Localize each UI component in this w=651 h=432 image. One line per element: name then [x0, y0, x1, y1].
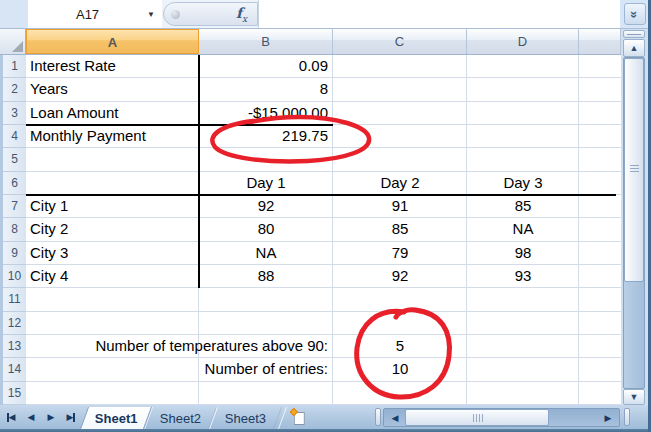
horizontal-scroll-thumb[interactable]	[405, 409, 549, 426]
sheet-tab-sheet1[interactable]: Sheet1	[80, 407, 152, 429]
cell-C8[interactable]: 85	[333, 218, 467, 241]
name-box-value: A17	[28, 7, 147, 22]
vertical-scroll-thumb[interactable]	[624, 58, 644, 282]
vertical-scrollbar[interactable]: ▲ ▼	[621, 29, 648, 405]
cell-A1[interactable]: Interest Rate	[26, 55, 199, 78]
row-header-5[interactable]: 5	[3, 148, 26, 171]
select-all-button[interactable]	[0, 29, 26, 55]
formula-input[interactable]	[258, 0, 620, 28]
row-header-14[interactable]: 14	[3, 358, 26, 381]
row-header-8[interactable]: 8	[3, 218, 26, 241]
row-header-13[interactable]: 13	[3, 335, 26, 358]
sheet-tab-label: Sheet3	[225, 411, 266, 426]
scroll-right-button[interactable]: ▶	[599, 409, 617, 426]
cell-D9[interactable]: 98	[467, 242, 579, 265]
cell-C14[interactable]: 10	[333, 358, 467, 381]
row-header-9[interactable]: 9	[3, 242, 26, 265]
cell-A3[interactable]: Loan Amount	[26, 102, 199, 125]
name-box-dropdown-icon[interactable]: ▼	[147, 10, 162, 19]
arrow-right-icon: ▶	[605, 413, 612, 423]
cell-B3[interactable]: -$15,000.00	[199, 102, 333, 125]
cell-A8[interactable]: City 2	[26, 218, 199, 241]
row-header-1[interactable]: 1	[3, 55, 26, 78]
cell-C10[interactable]: 92	[333, 265, 467, 288]
arrow-left-icon: ◀	[392, 413, 399, 423]
cell-D6[interactable]: Day 3	[467, 172, 579, 195]
cell-D8[interactable]: NA	[467, 218, 579, 241]
cell-A9[interactable]: City 3	[26, 242, 199, 265]
column-headers: ABCD	[26, 29, 621, 55]
name-box[interactable]: A17 ▼	[28, 0, 162, 28]
row-header-10[interactable]: 10	[3, 265, 26, 288]
tab-split-handle[interactable]	[375, 408, 381, 426]
cell-border	[26, 194, 616, 196]
insert-worksheet-button[interactable]	[278, 407, 320, 429]
cell-A7[interactable]: City 1	[26, 195, 199, 218]
column-header-partial[interactable]	[579, 29, 621, 54]
cell-D7[interactable]: 85	[467, 195, 579, 218]
row-header-12[interactable]: 12	[3, 312, 26, 335]
cell-B7[interactable]: 92	[199, 195, 333, 218]
horizontal-scrollbar[interactable]: ◀ ▶	[383, 408, 620, 427]
row-header-3[interactable]: 3	[3, 102, 26, 125]
vertical-split-handle[interactable]	[623, 30, 645, 38]
column-header-C[interactable]: C	[333, 29, 467, 54]
sheet-tab-bar: ◀ ◀ ▶ ▶ Sheet1Sheet2Sheet3 ◀	[0, 405, 651, 429]
cell-border	[198, 55, 200, 288]
tab-navigation-buttons: ◀ ◀ ▶ ▶	[4, 407, 78, 427]
next-sheet-button[interactable]: ▶	[44, 409, 58, 425]
expand-formula-bar-button[interactable]: »	[624, 3, 646, 25]
cell-C13[interactable]: 5	[333, 335, 467, 358]
cell-B1[interactable]: 0.09	[199, 55, 333, 78]
horizontal-split-handle[interactable]	[624, 408, 630, 426]
scroll-left-button[interactable]: ◀	[386, 409, 404, 426]
cell-B9[interactable]: NA	[199, 242, 333, 265]
cell-C6[interactable]: Day 2	[333, 172, 467, 195]
sheet-tab-sheet2[interactable]: Sheet2	[144, 407, 217, 429]
row-header-15[interactable]: 15	[3, 382, 26, 405]
cell-B4[interactable]: 219.75	[199, 125, 333, 148]
arrow-down-icon: ▼	[630, 392, 639, 402]
last-sheet-button[interactable]: ▶	[64, 409, 78, 425]
cell-D10[interactable]: 93	[467, 265, 579, 288]
column-header-A[interactable]: A	[26, 29, 199, 54]
arrow-up-icon: ▲	[630, 43, 639, 53]
sparkle-icon	[290, 407, 298, 415]
column-header-D[interactable]: D	[467, 29, 579, 54]
insert-function-button[interactable]: fx	[163, 2, 258, 26]
row-header-11[interactable]: 11	[3, 288, 26, 311]
thumb-grip-icon	[473, 414, 484, 422]
sheet-tab-label: Sheet2	[160, 411, 201, 426]
row-header-4[interactable]: 4	[3, 125, 26, 148]
cell-B8[interactable]: 80	[199, 218, 333, 241]
cell-C9[interactable]: 79	[333, 242, 467, 265]
previous-sheet-button[interactable]: ◀	[24, 409, 38, 425]
formula-bar-handle-icon	[171, 10, 180, 19]
scroll-up-button[interactable]: ▲	[623, 39, 645, 57]
scroll-down-button[interactable]: ▼	[623, 389, 645, 405]
cell-grid[interactable]: Interest Rate0.09Years8Loan Amount-$15,0…	[26, 55, 621, 405]
cell-A2[interactable]: Years	[26, 78, 199, 101]
cell-B10[interactable]: 88	[199, 265, 333, 288]
sheet-tab-sheet3[interactable]: Sheet3	[209, 407, 282, 429]
arrow-right-icon: ▶	[67, 412, 74, 422]
cell-A13[interactable]: Number of temperatures above 90:	[26, 335, 333, 358]
row-header-7[interactable]: 7	[3, 195, 26, 218]
sheet-tab-label: Sheet1	[95, 411, 138, 426]
row-header-2[interactable]: 2	[3, 78, 26, 101]
cell-border	[26, 124, 333, 126]
select-all-triangle-icon	[12, 41, 23, 52]
cell-C7[interactable]: 91	[333, 195, 467, 218]
cell-B6[interactable]: Day 1	[199, 172, 333, 195]
cell-B2[interactable]: 8	[199, 78, 333, 101]
cell-A4[interactable]: Monthly Payment	[26, 125, 199, 148]
column-header-B[interactable]: B	[199, 29, 333, 54]
vertical-scroll-track[interactable]	[623, 57, 645, 389]
row-header-6[interactable]: 6	[3, 172, 26, 195]
formula-bar-left-spacer	[0, 0, 28, 28]
double-chevron-icon: »	[627, 10, 642, 17]
cell-A14[interactable]: Number of entries:	[26, 358, 333, 381]
cell-A10[interactable]: City 4	[26, 265, 199, 288]
first-sheet-button[interactable]: ◀	[4, 409, 18, 425]
arrow-right-icon: ▶	[48, 412, 55, 422]
